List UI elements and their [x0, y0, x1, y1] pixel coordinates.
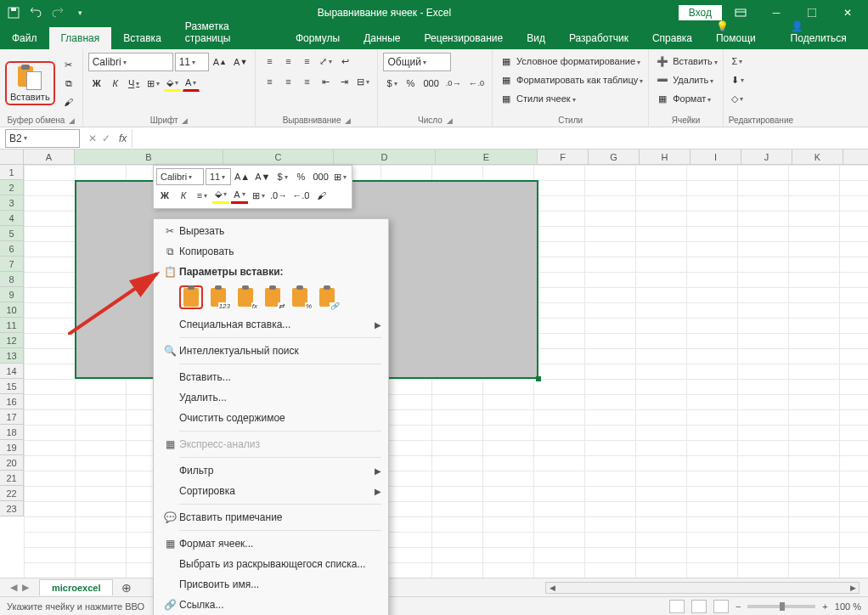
ctx-pick-dropdown[interactable]: Выбрать из раскрывающегося списка...	[154, 554, 388, 574]
mini-percent-icon[interactable]: %	[292, 168, 309, 185]
paste-option-values[interactable]: 123	[206, 285, 230, 309]
row-header-23[interactable]: 23	[0, 501, 24, 516]
mini-fill-icon[interactable]: ⬙	[212, 187, 229, 204]
col-header-J[interactable]: J	[741, 150, 792, 164]
align-right-icon[interactable]: ≡	[298, 73, 315, 90]
format-cells-icon[interactable]: ▦	[654, 90, 671, 107]
mini-dec-decimal-icon[interactable]: ←.0	[290, 187, 311, 204]
tell-me[interactable]: 💡 Помощи	[704, 15, 779, 49]
row-header-8[interactable]: 8	[0, 272, 24, 287]
row-header-6[interactable]: 6	[0, 241, 24, 257]
clipboard-launcher[interactable]: ◢	[69, 116, 75, 125]
paste-button[interactable]: Вставить	[5, 61, 55, 105]
row-header-19[interactable]: 19	[0, 440, 24, 455]
share-button[interactable]: 👤 Поделиться	[779, 15, 868, 49]
increase-decimal-icon[interactable]: .0→	[443, 75, 465, 92]
merge-icon[interactable]: ⊟	[354, 73, 372, 90]
comma-icon[interactable]: 000	[420, 75, 441, 92]
row-header-2[interactable]: 2	[0, 180, 24, 195]
number-format-combo[interactable]: Общий	[383, 53, 451, 71]
save-icon[interactable]	[3, 3, 24, 23]
align-launcher[interactable]: ◢	[345, 116, 351, 125]
copy-icon[interactable]: ⧉	[60, 75, 77, 92]
tab-layout[interactable]: Разметка страницы	[173, 15, 284, 49]
tab-help[interactable]: Справка	[640, 27, 704, 49]
decrease-font-icon[interactable]: A▼	[231, 54, 250, 71]
sheet-nav-prev[interactable]: ◀	[10, 582, 17, 593]
row-header-5[interactable]: 5	[0, 226, 24, 241]
mini-font-combo[interactable]: Calibri	[156, 168, 204, 185]
paste-option-paste[interactable]	[179, 285, 203, 309]
cond-format-icon[interactable]: ▦	[498, 53, 515, 70]
fx-icon[interactable]: fx	[119, 133, 127, 144]
col-header-A[interactable]: A	[24, 150, 75, 164]
decrease-indent-icon[interactable]: ⇤	[317, 73, 334, 90]
italic-button[interactable]: К	[107, 75, 124, 92]
fill-icon[interactable]: ⬇	[729, 71, 747, 88]
tab-file[interactable]: Файл	[0, 27, 49, 49]
increase-indent-icon[interactable]: ⇥	[335, 73, 352, 90]
tab-formulas[interactable]: Формулы	[284, 27, 352, 49]
cell-styles-button[interactable]: Стили ячеек	[516, 93, 575, 104]
row-header-7[interactable]: 7	[0, 257, 24, 272]
cell-styles-icon[interactable]: ▦	[498, 90, 515, 107]
paste-option-formatting[interactable]: %	[288, 285, 312, 309]
paste-option-formulas[interactable]: fx	[234, 285, 257, 309]
zoom-level[interactable]: 100 %	[835, 601, 861, 612]
ctx-cut[interactable]: ✂Вырезать	[154, 221, 388, 241]
mini-size-combo[interactable]: 11	[206, 168, 231, 185]
number-launcher[interactable]: ◢	[447, 116, 453, 125]
paste-option-transpose[interactable]: ⇄	[261, 285, 285, 309]
ctx-clear[interactable]: Очистить содержимое	[154, 408, 388, 428]
ctx-paste-special[interactable]: Специальная вставка...▶	[154, 314, 388, 335]
col-header-G[interactable]: G	[589, 150, 640, 164]
qat-customize-icon[interactable]: ▾	[70, 3, 90, 23]
font-name-combo[interactable]: Calibri	[88, 53, 173, 71]
row-header-18[interactable]: 18	[0, 425, 24, 440]
wrap-text-icon[interactable]: ↩	[336, 53, 353, 70]
cut-icon[interactable]: ✂	[60, 56, 77, 73]
ctx-comment[interactable]: 💬Вставить примечание	[154, 507, 388, 528]
tab-data[interactable]: Данные	[352, 27, 412, 49]
row-header-14[interactable]: 14	[0, 364, 24, 379]
mini-decrease-font-icon[interactable]: A▼	[253, 168, 272, 185]
format-painter-icon[interactable]: 🖌	[60, 93, 77, 110]
ctx-sort[interactable]: Сортировка▶	[154, 481, 388, 501]
row-header-22[interactable]: 22	[0, 486, 24, 501]
increase-font-icon[interactable]: A▲	[211, 54, 229, 71]
mini-increase-font-icon[interactable]: A▲	[233, 168, 251, 185]
paste-option-link[interactable]: 🔗	[315, 285, 339, 309]
align-top-icon[interactable]: ≡	[261, 53, 278, 70]
clear-icon[interactable]: ◇	[729, 90, 746, 107]
row-header-4[interactable]: 4	[0, 211, 24, 226]
format-table-icon[interactable]: ▦	[498, 71, 515, 88]
row-header-13[interactable]: 13	[0, 348, 24, 364]
tab-home[interactable]: Главная	[49, 27, 112, 49]
mini-bold[interactable]: Ж	[156, 187, 173, 204]
row-header-12[interactable]: 12	[0, 333, 24, 348]
tab-view[interactable]: Вид	[515, 27, 557, 49]
zoom-in[interactable]: +	[822, 601, 827, 612]
col-header-F[interactable]: F	[538, 150, 589, 164]
percent-icon[interactable]: %	[402, 75, 419, 92]
zoom-out[interactable]: −	[736, 601, 741, 612]
mini-accounting-icon[interactable]: $	[273, 168, 290, 185]
insert-cells-icon[interactable]: ➕	[654, 53, 671, 70]
mini-comma-icon[interactable]: 000	[311, 168, 330, 185]
row-header-16[interactable]: 16	[0, 394, 24, 409]
col-header-E[interactable]: E	[436, 150, 538, 164]
mini-italic[interactable]: К	[175, 187, 192, 204]
view-normal-icon[interactable]	[669, 600, 685, 613]
delete-cells-icon[interactable]: ➖	[654, 71, 671, 88]
col-header-C[interactable]: C	[223, 150, 334, 164]
row-header-9[interactable]: 9	[0, 287, 24, 302]
view-page-break-icon[interactable]	[713, 600, 729, 613]
cells-grid[interactable]: Calibri 11 A▲ A▼ $ % 000 ⊞ Ж К ≡ ⬙ A ⊞ .…	[24, 165, 868, 578]
ctx-format-cells[interactable]: ▦Формат ячеек...	[154, 533, 388, 554]
name-box[interactable]: B2	[5, 129, 80, 148]
undo-icon[interactable]	[25, 3, 46, 23]
col-header-I[interactable]: I	[690, 150, 741, 164]
ctx-define-name[interactable]: Присвоить имя...	[154, 574, 388, 595]
row-header-17[interactable]: 17	[0, 409, 24, 425]
autosum-icon[interactable]: Σ	[729, 53, 746, 70]
